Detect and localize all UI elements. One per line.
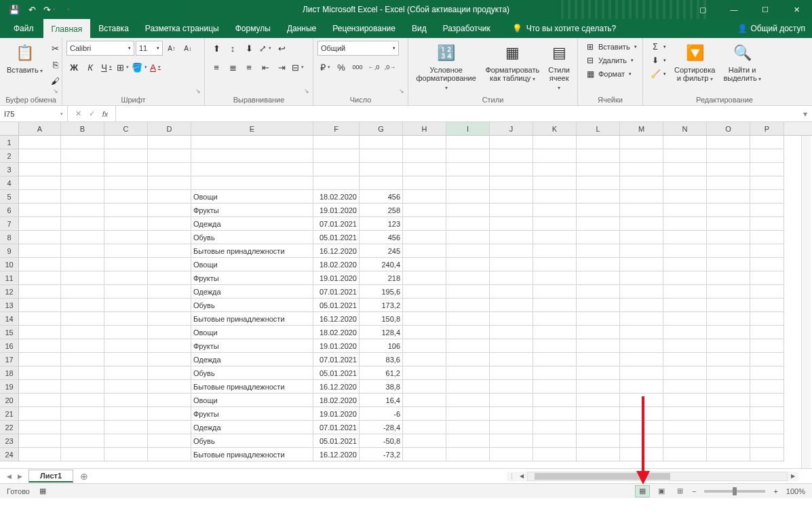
format-as-table-button[interactable]: ▦ Форматировать как таблицу [482, 41, 542, 84]
cell-C8[interactable] [104, 231, 148, 244]
fill-button[interactable]: ⬇▾ [647, 54, 669, 67]
cell-O4[interactable] [707, 176, 750, 190]
cell-O5[interactable] [707, 190, 750, 204]
cell-I3[interactable] [446, 163, 490, 176]
cell-A12[interactable] [19, 285, 61, 299]
cell-B4[interactable] [61, 176, 104, 190]
cell-G15[interactable]: 128,4 [360, 326, 403, 339]
italic-icon[interactable]: К [83, 60, 98, 75]
cell-N14[interactable] [663, 312, 707, 326]
cell-P9[interactable] [750, 244, 784, 258]
row-header-8[interactable]: 8 [0, 231, 19, 244]
column-header-N[interactable]: N [663, 122, 707, 135]
cell-E6[interactable]: Фрукты [191, 204, 313, 217]
cell-C14[interactable] [104, 312, 148, 326]
cell-N3[interactable] [663, 163, 707, 176]
alignment-dialog-launcher-icon[interactable]: ↘ [302, 86, 311, 96]
cell-I22[interactable] [446, 421, 490, 434]
horizontal-scrollbar[interactable]: ⋮ ◀ ▶ [507, 472, 798, 481]
cell-A5[interactable] [19, 190, 61, 204]
cell-B14[interactable] [61, 312, 104, 326]
cell-A22[interactable] [19, 421, 61, 434]
cell-H21[interactable] [403, 407, 446, 421]
clear-button[interactable]: 🧹▾ [647, 68, 669, 80]
cell-I21[interactable] [446, 407, 490, 421]
row-header-12[interactable]: 12 [0, 285, 19, 299]
cell-P21[interactable] [750, 407, 784, 421]
cell-N21[interactable] [663, 407, 707, 421]
cell-P3[interactable] [750, 163, 784, 176]
macro-record-icon[interactable]: ▦ [39, 487, 46, 495]
cell-E23[interactable]: Обувь [191, 434, 313, 448]
decrease-decimal-icon[interactable]: ,0→ [383, 60, 398, 75]
cell-A10[interactable] [19, 258, 61, 271]
cell-P4[interactable] [750, 176, 784, 190]
cell-L16[interactable] [577, 339, 620, 353]
cell-A21[interactable] [19, 407, 61, 421]
cell-A9[interactable] [19, 244, 61, 258]
cell-E10[interactable]: Овощи [191, 258, 313, 271]
cell-A13[interactable] [19, 299, 61, 312]
cell-I15[interactable] [446, 326, 490, 339]
maximize-icon[interactable]: ☐ [750, 0, 781, 19]
cell-C23[interactable] [104, 434, 148, 448]
cell-M5[interactable] [620, 190, 663, 204]
number-dialog-launcher-icon[interactable]: ↘ [397, 86, 406, 96]
cell-E24[interactable]: Бытовые принадлежности [191, 448, 313, 461]
row-header-5[interactable]: 5 [0, 190, 19, 204]
cell-G18[interactable]: 61,2 [360, 366, 403, 380]
cell-P1[interactable] [750, 136, 784, 149]
cell-B2[interactable] [61, 149, 104, 163]
cell-A2[interactable] [19, 149, 61, 163]
cell-H15[interactable] [403, 326, 446, 339]
tab-developer[interactable]: Разработчик [435, 19, 499, 38]
cell-O12[interactable] [707, 285, 750, 299]
cell-F8[interactable]: 05.01.2021 [313, 231, 360, 244]
cell-L6[interactable] [577, 204, 620, 217]
percent-icon[interactable]: % [334, 60, 349, 75]
decrease-font-icon[interactable]: A↓ [180, 41, 195, 56]
cut-icon[interactable]: ✂ [48, 41, 63, 56]
cell-B7[interactable] [61, 217, 104, 231]
cell-K20[interactable] [533, 394, 577, 407]
column-header-J[interactable]: J [490, 122, 533, 135]
row-header-18[interactable]: 18 [0, 366, 19, 380]
cell-E5[interactable]: Овощи [191, 190, 313, 204]
cell-E12[interactable]: Одежда [191, 285, 313, 299]
font-color-icon[interactable]: А [148, 60, 163, 75]
format-cells-button[interactable]: ▦Формат▾ [582, 68, 634, 80]
enter-formula-icon[interactable]: ✓ [85, 108, 98, 120]
cell-F24[interactable]: 16.12.2020 [313, 448, 360, 461]
cell-D24[interactable] [148, 448, 191, 461]
cell-C18[interactable] [104, 366, 148, 380]
copy-icon[interactable]: ⎘ [48, 57, 63, 72]
cell-B12[interactable] [61, 285, 104, 299]
cell-L19[interactable] [577, 380, 620, 394]
cell-L10[interactable] [577, 258, 620, 271]
cell-D14[interactable] [148, 312, 191, 326]
cell-D4[interactable] [148, 176, 191, 190]
cell-H12[interactable] [403, 285, 446, 299]
cell-K10[interactable] [533, 258, 577, 271]
cell-H24[interactable] [403, 448, 446, 461]
cell-L15[interactable] [577, 326, 620, 339]
align-top-icon[interactable]: ⬆ [209, 41, 224, 56]
cell-K15[interactable] [533, 326, 577, 339]
cell-M15[interactable] [620, 326, 663, 339]
cell-K3[interactable] [533, 163, 577, 176]
cell-H16[interactable] [403, 339, 446, 353]
cell-F5[interactable]: 18.02.2020 [313, 190, 360, 204]
cell-D21[interactable] [148, 407, 191, 421]
cell-D15[interactable] [148, 326, 191, 339]
cell-C3[interactable] [104, 163, 148, 176]
cell-G10[interactable]: 240,4 [360, 258, 403, 271]
column-header-G[interactable]: G [360, 122, 403, 135]
formula-expand-icon[interactable]: ▾ [798, 106, 812, 121]
cell-J1[interactable] [490, 136, 533, 149]
cell-M11[interactable] [620, 271, 663, 285]
cell-J23[interactable] [490, 434, 533, 448]
cell-E17[interactable]: Одежда [191, 353, 313, 366]
cell-M22[interactable] [620, 421, 663, 434]
cell-P24[interactable] [750, 448, 784, 461]
cell-F19[interactable]: 16.12.2020 [313, 380, 360, 394]
